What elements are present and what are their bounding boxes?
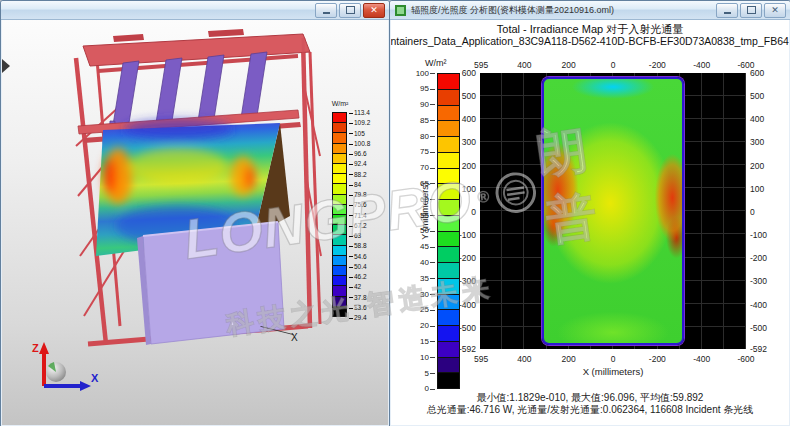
colorband bbox=[333, 132, 346, 142]
colorbar-tick-label: 35 bbox=[401, 274, 435, 283]
x-axis-ticks-bottom: 5954002000-200-400-600 bbox=[480, 354, 746, 364]
3d-viewport[interactable]: W/m² 113.4109.2105100.896.692.488.28479.… bbox=[2, 20, 388, 425]
model-view-window: ✕ bbox=[0, 0, 390, 426]
restore-button[interactable] bbox=[740, 3, 762, 18]
colorbar-tick-label: 25 bbox=[401, 305, 435, 314]
colorband bbox=[333, 163, 346, 173]
colorband bbox=[333, 194, 346, 204]
left-colorbar-labels: 113.4109.2105100.896.692.488.28479.875.6… bbox=[349, 109, 370, 321]
window-icon bbox=[395, 5, 406, 16]
colorbar-tick-label: 29.4 bbox=[349, 314, 370, 321]
colorband bbox=[333, 275, 346, 285]
y-tick-label: -300 bbox=[459, 276, 476, 286]
x-axis-label: X bbox=[91, 372, 99, 384]
y-tick-label: -100 bbox=[459, 230, 476, 240]
x-tick-label: -400 bbox=[693, 60, 710, 70]
colorband bbox=[333, 296, 346, 306]
colorbar-tick-label: 96.6 bbox=[349, 150, 370, 157]
colorband bbox=[333, 153, 346, 163]
minimize-button[interactable] bbox=[716, 3, 738, 18]
colorband bbox=[333, 143, 346, 153]
x-annotation-label: X bbox=[291, 332, 298, 343]
y-tick-label: 500 bbox=[750, 91, 764, 101]
x-tick-label: 595 bbox=[474, 60, 488, 70]
irradiance-plot-area[interactable] bbox=[480, 73, 746, 349]
x-tick-label: -200 bbox=[649, 354, 666, 364]
y-axis-title: Y (millimeters) bbox=[420, 151, 430, 271]
x-axis-ticks-top: 5954002000-200-400-600 bbox=[480, 60, 746, 70]
colorband bbox=[333, 285, 346, 295]
colorbar-tick-label: 75.6 bbox=[349, 201, 370, 208]
colorbar-tick-label: 113.4 bbox=[349, 109, 370, 116]
colorbar-tick-label: 92.4 bbox=[349, 160, 370, 167]
colorband bbox=[333, 306, 346, 316]
y-tick-label: 400 bbox=[750, 114, 764, 124]
colorbar-tick-label: 105 bbox=[349, 130, 370, 137]
y-tick-label: 0 bbox=[750, 207, 755, 217]
maximize-icon bbox=[346, 6, 355, 14]
colorbar-tick-label: 80 bbox=[401, 132, 435, 141]
colorbar-tick-label: 85 bbox=[401, 116, 435, 125]
y-tick-label: -100 bbox=[750, 230, 767, 240]
left-colorbar-unit: W/m² bbox=[326, 100, 354, 107]
y-tick-label: -592 bbox=[459, 344, 476, 354]
maximize-button[interactable] bbox=[339, 3, 361, 18]
map-subheading: Containers_Data_Application_83C9A118-D56… bbox=[391, 35, 789, 47]
colorbar-tick-label: 15 bbox=[401, 337, 435, 346]
map-window-title: 辐照度/光照度 分析图(资料模体测量20210916.oml) bbox=[409, 4, 716, 17]
map-window-titlebar[interactable]: 辐照度/光照度 分析图(资料模体测量20210916.oml) ✕ bbox=[390, 1, 790, 20]
y-tick-label: -500 bbox=[459, 323, 476, 333]
colorbar-tick-label: 37.8 bbox=[349, 294, 370, 301]
y-axis-ticks-left: 6005004003002001000-100-200-300-400-500-… bbox=[451, 73, 478, 349]
y-tick-label: 100 bbox=[462, 184, 476, 194]
minimize-button[interactable] bbox=[315, 3, 337, 18]
x-tick-label: -400 bbox=[693, 354, 710, 364]
minimize-icon bbox=[724, 12, 731, 14]
x-tick-label: 595 bbox=[474, 354, 488, 364]
colorbar-tick-label: 42 bbox=[349, 283, 370, 290]
colorbar-tick-label: 109.2 bbox=[349, 119, 370, 126]
right-colorbar-unit: W/m² bbox=[425, 58, 447, 68]
colorbar-tick-label: 95 bbox=[401, 84, 435, 93]
x-tick-label: 200 bbox=[562, 60, 576, 70]
restore-icon bbox=[747, 6, 756, 14]
y-tick-label: 200 bbox=[462, 161, 476, 171]
colorbar-tick-label: 88.2 bbox=[349, 171, 370, 178]
colorband bbox=[333, 122, 346, 132]
x-tick-label: -600 bbox=[737, 354, 754, 364]
colorbar-tick-label: 90 bbox=[401, 100, 435, 109]
z-axis-label: Z bbox=[32, 342, 39, 354]
x-axis-title: X (millimeters) bbox=[480, 366, 746, 377]
colorband bbox=[333, 214, 346, 224]
close-icon: ✕ bbox=[771, 6, 779, 15]
x-tick-label: 400 bbox=[517, 354, 531, 364]
close-button[interactable]: ✕ bbox=[363, 3, 385, 18]
colorband bbox=[333, 183, 346, 193]
colorbar-tick-label: 54.6 bbox=[349, 253, 370, 260]
colorbar-tick-label: 67.2 bbox=[349, 222, 370, 229]
colorbar-tick-label: 30 bbox=[401, 290, 435, 299]
x-tick-label: 400 bbox=[517, 60, 531, 70]
x-tick-label: 0 bbox=[611, 60, 616, 70]
y-tick-label: 300 bbox=[462, 137, 476, 147]
colorbar-tick-label: 58.8 bbox=[349, 242, 370, 249]
irradiance-data-region bbox=[542, 77, 684, 345]
colorband bbox=[333, 113, 346, 122]
colorband bbox=[333, 204, 346, 214]
map-panel: Total - Irradiance Map 对于入射光通量 Container… bbox=[391, 20, 789, 425]
axis-triad: Z X bbox=[30, 340, 102, 400]
colorbar-tick-label: 100 bbox=[401, 69, 435, 78]
minimize-icon bbox=[323, 12, 330, 14]
colorbar-tick-label: 20 bbox=[401, 321, 435, 330]
docked-panel-edge-marker bbox=[2, 58, 10, 74]
left-colorbar bbox=[332, 112, 347, 317]
close-button[interactable]: ✕ bbox=[764, 3, 786, 18]
irradiance-map-window: 辐照度/光照度 分析图(资料模体测量20210916.oml) ✕ Total … bbox=[389, 0, 790, 426]
y-tick-label: -592 bbox=[750, 344, 767, 354]
y-tick-label: 600 bbox=[750, 68, 764, 78]
y-tick-label: -300 bbox=[750, 276, 767, 286]
y-tick-label: 300 bbox=[750, 137, 764, 147]
colorband bbox=[438, 372, 459, 388]
colorband bbox=[333, 234, 346, 244]
model-window-titlebar[interactable]: ✕ bbox=[1, 1, 389, 20]
